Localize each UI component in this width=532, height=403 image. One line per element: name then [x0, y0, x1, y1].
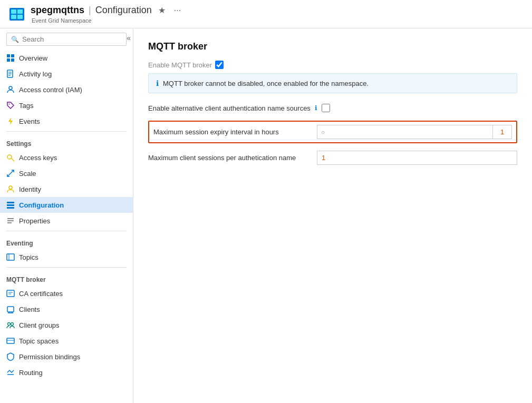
session-expiry-input-wrapper: ○: [317, 125, 493, 139]
search-input[interactable]: [22, 35, 122, 43]
info-banner: ℹ MQTT broker cannot be disabled, once e…: [148, 73, 517, 93]
svg-rect-6: [11, 54, 14, 57]
sidebar-item-overview[interactable]: Overview: [0, 50, 133, 66]
app-icon: [8, 6, 25, 23]
cert-icon: [6, 289, 15, 298]
svg-rect-1: [11, 9, 16, 14]
svg-rect-8: [11, 58, 14, 62]
sidebar-item-events[interactable]: Events: [0, 113, 133, 129]
sidebar-item-activity-log[interactable]: Activity log: [0, 66, 133, 82]
sidebar-item-scale-label: Scale: [19, 170, 36, 178]
sidebar-search-box[interactable]: 🔍: [6, 33, 127, 46]
sidebar-item-scale[interactable]: Scale: [0, 165, 133, 181]
sidebar-item-configuration[interactable]: Configuration: [0, 197, 133, 213]
favorite-button[interactable]: ★: [156, 4, 168, 16]
sidebar-item-permission-bindings-label: Permission bindings: [19, 353, 80, 361]
header: spegmqttns | Configuration ★ ··· Event G…: [0, 0, 532, 28]
alt-auth-info-icon: ℹ: [315, 104, 317, 112]
sidebar-item-identity[interactable]: Identity: [0, 181, 133, 197]
sidebar-item-topic-spaces[interactable]: Topic spaces: [0, 333, 133, 349]
info-message: MQTT broker cannot be disabled, once ena…: [163, 80, 369, 87]
sidebar-item-topics[interactable]: Topics: [0, 249, 133, 265]
sidebar-item-identity-label: Identity: [19, 185, 41, 193]
sidebar-item-tags[interactable]: Tags: [0, 97, 133, 113]
enable-mqtt-checkbox[interactable]: [215, 61, 224, 69]
sidebar-item-topics-label: Topics: [19, 253, 38, 261]
sidebar-item-properties[interactable]: Properties: [0, 213, 133, 229]
key-icon: [6, 153, 15, 162]
alt-auth-label: Enable alternative client authentication…: [148, 104, 311, 112]
session-expiry-row: Maximum session expiry interval in hours…: [148, 121, 517, 143]
header-separator: |: [89, 5, 91, 16]
sidebar-item-client-groups-label: Client groups: [19, 321, 60, 329]
list-icon: [6, 217, 15, 225]
svg-rect-4: [17, 15, 23, 19]
svg-marker-15: [8, 117, 13, 125]
settings-section-label: Settings: [0, 134, 133, 150]
svg-rect-20: [7, 202, 14, 203]
svg-point-36: [11, 323, 14, 326]
search-icon: 🔍: [11, 36, 19, 43]
sidebar-item-tags-label: Tags: [19, 102, 33, 110]
resource-type-label: Event Grid Namespace: [32, 17, 183, 24]
sidebar-item-access-control[interactable]: Access control (IAM): [0, 82, 133, 97]
sidebar-item-topic-spaces-label: Topic spaces: [19, 337, 59, 345]
app-name: spegmqttns: [31, 5, 84, 16]
sidebar-item-routing-label: Routing: [19, 369, 43, 377]
sidebar-item-properties-label: Properties: [19, 217, 50, 225]
svg-line-17: [12, 159, 15, 162]
content-area: MQTT broker Enable MQTT broker ℹ MQTT br…: [133, 28, 532, 403]
person-icon: [6, 85, 15, 94]
session-expiry-input[interactable]: [317, 125, 493, 139]
svg-line-18: [7, 170, 14, 176]
sidebar: « 🔍 Overview Activity log Access control: [0, 28, 133, 403]
svg-rect-21: [7, 204, 14, 206]
svg-point-35: [8, 323, 11, 326]
sidebar-item-configuration-label: Configuration: [19, 201, 64, 209]
main-layout: « 🔍 Overview Activity log Access control: [0, 28, 532, 403]
sidebar-item-clients[interactable]: Clients: [0, 301, 133, 317]
doc-icon: [6, 70, 15, 78]
max-client-sessions-input[interactable]: [317, 151, 517, 165]
alt-auth-checkbox[interactable]: [322, 104, 330, 112]
session-expiry-value: 1: [493, 125, 512, 139]
settings-divider: [6, 131, 127, 132]
session-expiry-label: Maximum session expiry interval in hours: [153, 128, 317, 136]
sidebar-collapse-button[interactable]: «: [127, 34, 131, 42]
svg-rect-5: [7, 54, 10, 57]
info-icon: ℹ: [156, 79, 159, 87]
sidebar-item-clients-label: Clients: [19, 306, 40, 313]
resize-icon: [6, 169, 15, 178]
svg-point-13: [9, 86, 12, 90]
svg-rect-2: [17, 9, 23, 14]
sidebar-item-activity-log-label: Activity log: [19, 70, 52, 78]
sidebar-item-access-control-label: Access control (IAM): [19, 86, 82, 94]
mqtt-section-label: MQTT broker: [0, 270, 133, 286]
svg-rect-37: [7, 338, 14, 343]
sidebar-item-ca-cert-label: CA certificates: [19, 290, 63, 298]
sidebar-item-permission-bindings[interactable]: Permission bindings: [0, 349, 133, 365]
sidebar-item-client-groups[interactable]: Client groups: [0, 317, 133, 333]
routing-icon: [6, 368, 15, 377]
max-client-sessions-row: Maximum client sessions per autheticatio…: [148, 151, 517, 165]
svg-rect-31: [7, 307, 14, 312]
sidebar-item-events-label: Events: [19, 117, 40, 125]
svg-rect-3: [11, 15, 16, 19]
mqtt-divider: [6, 267, 127, 268]
svg-rect-22: [7, 207, 14, 209]
page-title: Configuration: [95, 5, 152, 16]
alt-auth-row: Enable alternative client authentication…: [148, 104, 517, 112]
client-icon: [6, 305, 15, 313]
sidebar-item-overview-label: Overview: [19, 54, 47, 62]
header-title-group: spegmqttns | Configuration ★ ··· Event G…: [31, 4, 183, 24]
sidebar-item-routing[interactable]: Routing: [0, 365, 133, 380]
grid-icon: [6, 54, 15, 62]
person-key-icon: [6, 185, 15, 193]
enable-mqtt-label: Enable MQTT broker: [148, 61, 212, 69]
svg-point-16: [7, 155, 12, 159]
svg-point-14: [9, 104, 10, 105]
eventing-section-label: Eventing: [0, 233, 133, 249]
sidebar-item-ca-certificates[interactable]: CA certificates: [0, 286, 133, 301]
sidebar-item-access-keys[interactable]: Access keys: [0, 150, 133, 165]
more-options-button[interactable]: ···: [172, 5, 183, 16]
